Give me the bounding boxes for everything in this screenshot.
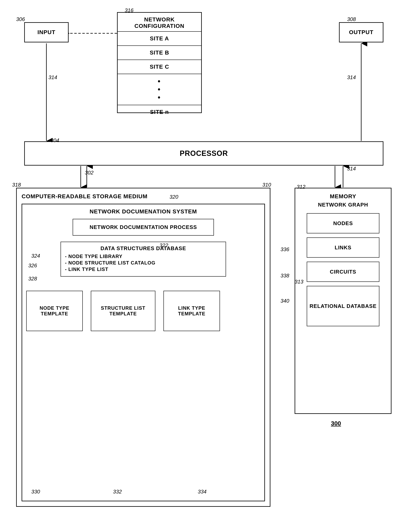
network-config-title: NETWORK CONFIGURATION xyxy=(118,13,201,32)
input-box: INPUT xyxy=(24,22,69,42)
ref-324: 324 xyxy=(31,253,40,259)
dsd-item-1: - NODE TYPE LIBRARY xyxy=(65,254,222,259)
ref-328: 328 xyxy=(28,276,37,282)
ref-318: 318 xyxy=(12,182,21,188)
site-c-row: SITE C xyxy=(118,60,201,74)
input-label: INPUT xyxy=(37,29,56,36)
storage-box: COMPUTER-READABLE STORAGE MEDIUM NETWORK… xyxy=(16,188,270,507)
memory-title: MEMORY xyxy=(299,193,387,200)
ref-314-top-right: 314 xyxy=(347,166,356,172)
network-config-box: NETWORK CONFIGURATION SITE A SITE B SITE… xyxy=(117,12,202,113)
ndp-box: NETWORK DOCUMENTATION PROCESS xyxy=(73,219,214,236)
ref-314-right: 314 xyxy=(347,74,356,81)
output-box: OUTPUT xyxy=(339,22,383,42)
label-300: 300 xyxy=(331,420,341,427)
site-n-row: SITE n xyxy=(118,105,201,119)
link-type-template-box: LINK TYPE TEMPLATE xyxy=(163,291,220,331)
node-type-template-box: NODE TYPE TEMPLATE xyxy=(26,291,83,331)
ref-302: 302 xyxy=(85,170,94,176)
dsd-title: DATA STRUCTURES DATABASE xyxy=(65,245,222,251)
storage-title: COMPUTER-READABLE STORAGE MEDIUM xyxy=(22,193,147,200)
ref-320: 320 xyxy=(169,194,178,200)
ref-332: 332 xyxy=(113,488,122,495)
ref-304: 304 xyxy=(51,137,59,144)
processor-box: PROCESSOR xyxy=(24,141,383,166)
network-graph-label: NETWORK GRAPH xyxy=(299,202,387,208)
output-label: OUTPUT xyxy=(349,29,373,36)
site-b-row: SITE B xyxy=(118,46,201,60)
ref-316: 316 xyxy=(125,7,133,14)
ref-308: 308 xyxy=(347,16,356,22)
dsd-item-3: - LINK TYPE LIST xyxy=(65,266,222,272)
ref-334: 334 xyxy=(198,488,206,495)
dsd-item-2: - NODE STRUCTURE LIST CATALOG xyxy=(65,260,222,266)
links-box: LINKS xyxy=(307,237,379,258)
ref-310: 310 xyxy=(262,182,271,188)
ref-340: 340 xyxy=(281,298,289,304)
ref-322: 322 xyxy=(160,242,168,249)
nds-title: NETWORK DOCUMENATION SYSTEM xyxy=(26,208,260,215)
ref-330: 330 xyxy=(31,488,40,495)
site-a-row: SITE A xyxy=(118,32,201,46)
ref-336: 336 xyxy=(281,246,289,252)
ref-312: 312 xyxy=(297,184,305,190)
memory-box: MEMORY NETWORK GRAPH NODES LINKS CIRCUIT… xyxy=(295,188,392,414)
relational-db-box: RELATIONAL DATABASE xyxy=(307,286,379,326)
nodes-box: NODES xyxy=(307,213,379,233)
ref-326: 326 xyxy=(28,262,37,269)
circuits-box: CIRCUITS xyxy=(307,262,379,282)
ref-338: 338 xyxy=(281,273,289,279)
ref-313: 313 xyxy=(295,279,303,285)
dsd-box: DATA STRUCTURES DATABASE - NODE TYPE LIB… xyxy=(60,242,226,277)
processor-label: PROCESSOR xyxy=(180,149,228,158)
structure-list-template-box: STRUCTURE LIST TEMPLATE xyxy=(91,291,155,331)
ref-314-left: 314 xyxy=(48,74,57,81)
ref-306: 306 xyxy=(16,16,25,22)
diagram-container: INPUT NETWORK CONFIGURATION SITE A SITE … xyxy=(0,0,406,532)
dots-row: • • • xyxy=(118,74,201,105)
